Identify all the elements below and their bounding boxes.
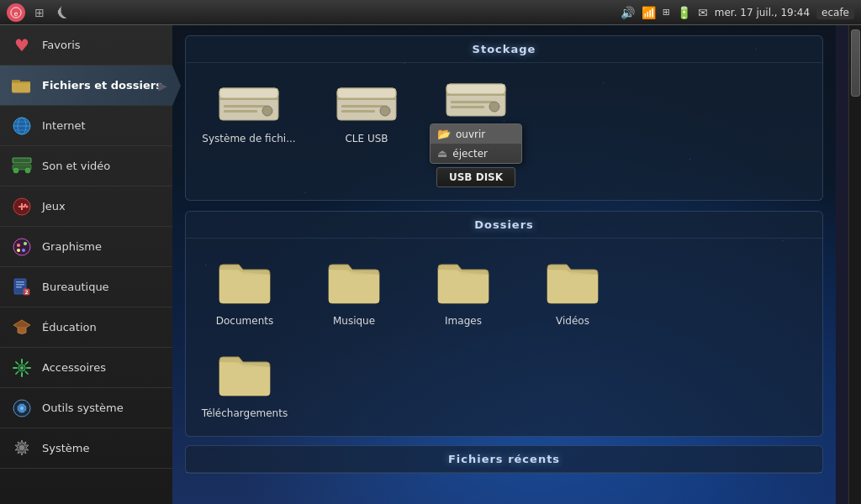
sidebar-item-education[interactable]: Éducation — [0, 307, 172, 348]
sidebar-label-accessoires: Accessoires — [42, 361, 106, 374]
volume-icon[interactable]: 🔊 — [621, 6, 635, 19]
network-icon[interactable]: ⊞ — [663, 7, 670, 18]
usbdisk-label: USB DISK — [436, 167, 515, 187]
music-icon — [10, 155, 34, 178]
topbar-icon3[interactable]: ⏾ — [54, 3, 72, 22]
mail-icon[interactable]: ✉ — [698, 6, 708, 19]
svg-rect-53 — [451, 101, 493, 103]
svg-rect-52 — [446, 94, 505, 96]
svg-rect-26 — [16, 284, 24, 286]
sidebar-item-outils[interactable]: Outils système — [0, 388, 172, 428]
svg-point-20 — [17, 244, 20, 247]
topbar-right: 🔊 📶 ⊞ 🔋 ✉ mer. 17 juil., 19:44 ecafe — [621, 6, 854, 19]
sidebar-item-systeme[interactable]: Système — [0, 428, 172, 469]
scrollbar-thumb[interactable] — [851, 29, 860, 97]
svg-point-55 — [489, 102, 499, 112]
games-icon — [10, 195, 34, 218]
folder-documents-label: Documents — [216, 315, 273, 327]
drive-usb-label: CLE USB — [345, 133, 388, 144]
topbar: e ⊞ ⏾ 🔊 📶 ⊞ 🔋 ✉ mer. 17 juil., 19:44 eca… — [0, 0, 861, 25]
sidebar-label-outils: Outils système — [42, 402, 124, 414]
outils-icon — [10, 396, 34, 420]
svg-point-37 — [19, 445, 24, 450]
svg-text:e: e — [14, 9, 18, 17]
sidebar-label-internet: Internet — [42, 119, 86, 132]
sidebar-label-son: Son et vidéo — [42, 160, 110, 172]
sidebar-item-jeux[interactable]: Jeux — [0, 186, 172, 227]
drive-usb[interactable]: CLE USB — [312, 76, 421, 149]
folder-videos-icon — [543, 258, 602, 308]
sidebar-label-favoris: Favoris — [42, 39, 81, 51]
svg-point-14 — [13, 168, 18, 173]
open-label: ouvrir — [456, 129, 485, 140]
folder-images[interactable]: Images — [413, 251, 514, 331]
drive-usbdisk-icon — [442, 76, 510, 122]
sidebar-item-bureautique[interactable]: 2 Bureautique — [0, 267, 172, 307]
svg-point-43 — [262, 106, 272, 116]
dossiers-row2: Téléchargements — [186, 344, 822, 436]
folder-telechargements[interactable]: Téléchargements — [194, 344, 295, 423]
globe-icon — [10, 114, 34, 138]
svg-rect-27 — [16, 286, 22, 288]
folder-documents[interactable]: Documents — [194, 251, 295, 331]
sidebar-label-bureautique: Bureautique — [42, 281, 109, 293]
sidebar-item-son-video[interactable]: Son et vidéo — [0, 146, 172, 186]
dossiers-content: Documents Musique — [186, 239, 822, 344]
sidebar-item-internet[interactable]: Internet — [0, 106, 172, 146]
sidebar-item-favoris[interactable]: ♥ Favoris — [0, 25, 172, 66]
context-menu: 📂 ouvrir ⏏ éjecter — [430, 123, 522, 164]
svg-text:2: 2 — [24, 289, 28, 295]
folder-musique-label: Musique — [333, 315, 375, 327]
drive-usbdisk[interactable]: 📂 ouvrir ⏏ éjecter USB DISK — [430, 76, 522, 187]
context-menu-eject[interactable]: ⏏ éjecter — [430, 144, 521, 163]
topbar-left: e ⊞ ⏾ — [7, 3, 72, 22]
sidebar-label-fichiers: Fichiers et dossiers — [42, 79, 162, 92]
sidebar-item-fichiers[interactable]: Fichiers et dossiers ▶ — [0, 66, 172, 106]
svg-point-18 — [26, 205, 29, 207]
accessories-icon — [10, 356, 34, 380]
battery-icon: 🔋 — [677, 6, 691, 19]
folder-telechargements-icon — [215, 350, 274, 401]
svg-rect-40 — [219, 98, 278, 100]
svg-point-21 — [24, 242, 27, 245]
eject-label: éjecter — [452, 148, 488, 160]
fichiers-recents-title: Fichiers récents — [186, 446, 822, 473]
topbar-icon2[interactable]: ⊞ — [30, 3, 49, 22]
folder-videos[interactable]: Vidéos — [522, 251, 623, 331]
drive-system[interactable]: Système de fichi... — [194, 76, 304, 149]
dossiers-panel: Dossiers Documents — [185, 211, 823, 437]
svg-point-22 — [22, 249, 25, 252]
heart-icon: ♥ — [10, 34, 34, 57]
main-content: Stockage Système de fichi... — [172, 25, 836, 504]
wifi-icon[interactable]: 📶 — [642, 6, 656, 19]
sidebar: ♥ Favoris Fichiers et dossiers ▶ Interne… — [0, 25, 172, 504]
svg-rect-25 — [16, 281, 24, 283]
graphics-icon — [10, 235, 34, 259]
eject-icon: ⏏ — [437, 147, 447, 160]
stockage-title: Stockage — [186, 36, 822, 63]
sidebar-item-accessoires[interactable]: Accessoires — [0, 348, 172, 388]
folder-musique[interactable]: Musique — [304, 251, 404, 331]
folder-images-icon — [434, 258, 493, 308]
context-menu-open[interactable]: 📂 ouvrir — [430, 124, 521, 144]
svg-rect-11 — [13, 158, 31, 163]
stockage-content: Système de fichi... CLE USB — [186, 63, 822, 200]
scrollbar[interactable] — [848, 25, 861, 504]
svg-point-23 — [17, 249, 20, 252]
svg-rect-54 — [451, 106, 484, 108]
svg-point-19 — [13, 239, 30, 255]
folder-documents-icon — [215, 258, 274, 308]
user-label: ecafe — [816, 6, 854, 19]
drive-system-icon — [215, 80, 283, 126]
sidebar-label-systeme: Système — [42, 442, 89, 454]
fichiers-recents-panel: Fichiers récents — [185, 445, 823, 474]
folder-images-label: Images — [445, 315, 482, 327]
sidebar-label-education: Éducation — [42, 321, 97, 333]
folder-nav-icon — [10, 74, 34, 97]
folder-telechargements-label: Téléchargements — [202, 407, 288, 419]
drive-usb-icon — [333, 80, 400, 126]
sidebar-item-graphisme[interactable]: Graphisme — [0, 227, 172, 267]
app-logo[interactable]: e — [7, 3, 25, 22]
drive-system-label: Système de fichi... — [202, 133, 295, 144]
folder-videos-label: Vidéos — [556, 315, 589, 327]
